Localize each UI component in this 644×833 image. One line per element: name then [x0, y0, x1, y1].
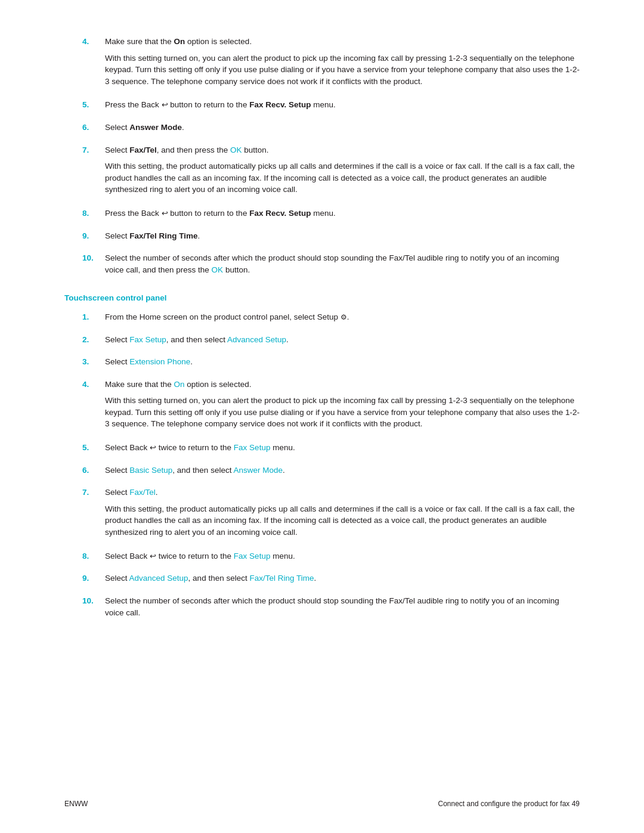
link-answer-mode-6-touch: Answer Mode [233, 466, 283, 475]
link-faxtel-7-touch: Fax/Tel [129, 488, 156, 497]
step-2-touch: 2. Select Fax Setup, and then select Adv… [82, 334, 580, 351]
step-9-top: 9. Select Fax/Tel Ring Time. [82, 230, 580, 247]
bold-fax-recv-8-top: Fax Recv. Setup [249, 209, 311, 218]
step-number-5-top: 5. [82, 99, 105, 116]
footer-right: Connect and configure the product for fa… [438, 799, 580, 809]
bold-faxtel-7-top: Fax/Tel [129, 145, 157, 154]
step-9-top-main: Select Fax/Tel Ring Time. [105, 230, 580, 242]
link-ok-7-top: OK [230, 145, 242, 154]
step-content-3-touch: Select Extension Phone. [105, 356, 580, 373]
bold-fax-recv-5-top: Fax Recv. Setup [249, 100, 311, 109]
step-4-top-body: With this setting turned on, you can ale… [105, 52, 580, 88]
top-steps-section: 4. Make sure that the On option is selec… [82, 36, 580, 280]
step-7-touch-main: Select Fax/Tel. [105, 487, 580, 498]
step-6-top: 6. Select Answer Mode. [82, 122, 580, 138]
step-10-touch: 10. Select the number of seconds after w… [82, 595, 580, 623]
step-number-2-touch: 2. [82, 334, 105, 351]
link-fax-setup-8-touch: Fax Setup [234, 552, 271, 561]
step-content-1-touch: From the Home screen on the product cont… [105, 311, 580, 328]
step-content-6-top: Select Answer Mode. [105, 122, 580, 138]
link-fax-setup-5-touch: Fax Setup [234, 443, 271, 452]
step-8-touch: 8. Select Back ↩ twice to return to the … [82, 550, 580, 567]
step-1-touch-main: From the Home screen on the product cont… [105, 311, 580, 323]
step-number-9-touch: 9. [82, 572, 105, 589]
touchscreen-heading: Touchscreen control panel [64, 292, 580, 304]
footer-left: ENWW [64, 799, 88, 809]
step-number-4-touch: 4. [82, 379, 105, 436]
step-5-top: 5. Press the Back ↩ button to return to … [82, 99, 580, 116]
step-content-4-touch: Make sure that the On option is selected… [105, 379, 580, 436]
link-faxtel-ring-9-touch: Fax/Tel Ring Time [249, 574, 314, 583]
step-content-10-top: Select the number of seconds after which… [105, 252, 580, 280]
step-content-6-touch: Select Basic Setup, and then select Answ… [105, 465, 580, 481]
step-7-touch-body: With this setting, the product automatic… [105, 503, 580, 538]
step-number-5-touch: 5. [82, 442, 105, 459]
step-content-8-touch: Select Back ↩ twice to return to the Fax… [105, 550, 580, 567]
step-number-7-touch: 7. [82, 487, 105, 544]
link-advanced-setup-9-touch: Advanced Setup [129, 574, 188, 583]
back-icon-8-top: ↩ [162, 208, 168, 219]
step-10-top-main: Select the number of seconds after which… [105, 252, 580, 275]
step-6-touch: 6. Select Basic Setup, and then select A… [82, 465, 580, 481]
step-6-touch-main: Select Basic Setup, and then select Answ… [105, 465, 580, 476]
link-ok-10-top: OK [212, 265, 224, 274]
setup-gear-icon: ⚙ [340, 312, 347, 323]
step-number-4-top: 4. [82, 36, 105, 93]
link-fax-setup-2-touch: Fax Setup [129, 335, 166, 344]
step-10-top: 10. Select the number of seconds after w… [82, 252, 580, 280]
step-4-touch-body: With this setting turned on, you can ale… [105, 395, 580, 430]
step-number-3-touch: 3. [82, 356, 105, 373]
step-10-touch-main: Select the number of seconds after which… [105, 595, 580, 618]
link-advanced-setup-2-touch: Advanced Setup [227, 335, 286, 344]
step-4-top: 4. Make sure that the On option is selec… [82, 36, 580, 93]
step-5-top-main: Press the Back ↩ button to return to the… [105, 99, 580, 111]
step-content-5-top: Press the Back ↩ button to return to the… [105, 99, 580, 116]
step-number-10-touch: 10. [82, 595, 105, 623]
step-5-touch-main: Select Back ↩ twice to return to the Fax… [105, 442, 580, 454]
step-9-touch-main: Select Advanced Setup, and then select F… [105, 572, 580, 584]
step-content-7-top: Select Fax/Tel, and then press the OK bu… [105, 144, 580, 202]
step-number-8-top: 8. [82, 208, 105, 224]
step-7-top-body: With this setting, the product automatic… [105, 160, 580, 196]
step-9-touch: 9. Select Advanced Setup, and then selec… [82, 572, 580, 589]
step-content-4-top: Make sure that the On option is selected… [105, 36, 580, 93]
step-4-touch: 4. Make sure that the On option is selec… [82, 379, 580, 436]
step-3-touch: 3. Select Extension Phone. [82, 356, 580, 373]
step-number-1-touch: 1. [82, 311, 105, 328]
bold-faxtel-ring-9-top: Fax/Tel Ring Time [129, 231, 197, 240]
link-extension-phone-3-touch: Extension Phone [129, 357, 190, 366]
step-content-2-touch: Select Fax Setup, and then select Advanc… [105, 334, 580, 351]
step-7-top-main: Select Fax/Tel, and then press the OK bu… [105, 144, 580, 156]
step-7-touch: 7. Select Fax/Tel. With this setting, th… [82, 487, 580, 544]
step-4-touch-main: Make sure that the On option is selected… [105, 379, 580, 391]
step-number-6-touch: 6. [82, 465, 105, 481]
footer: ENWW Connect and configure the product f… [0, 799, 644, 809]
bold-on-4-top: On [174, 37, 185, 46]
back-icon-5-touch: ↩ [150, 442, 156, 454]
step-content-10-touch: Select the number of seconds after which… [105, 595, 580, 623]
step-7-top: 7. Select Fax/Tel, and then press the OK… [82, 144, 580, 202]
page: 4. Make sure that the On option is selec… [0, 0, 644, 833]
link-on-4-touch: On [174, 380, 185, 389]
step-3-touch-main: Select Extension Phone. [105, 356, 580, 368]
step-6-top-main: Select Answer Mode. [105, 122, 580, 134]
touchscreen-steps-section: 1. From the Home screen on the product c… [82, 311, 580, 623]
step-4-top-main: Make sure that the On option is selected… [105, 36, 580, 48]
step-8-top: 8. Press the Back ↩ button to return to … [82, 208, 580, 224]
link-basic-setup-6-touch: Basic Setup [129, 466, 172, 475]
back-icon-8-touch: ↩ [150, 551, 156, 562]
step-number-7-top: 7. [82, 144, 105, 202]
step-number-6-top: 6. [82, 122, 105, 138]
step-number-10-top: 10. [82, 252, 105, 280]
step-8-touch-main: Select Back ↩ twice to return to the Fax… [105, 550, 580, 562]
step-content-9-top: Select Fax/Tel Ring Time. [105, 230, 580, 247]
step-number-8-touch: 8. [82, 550, 105, 567]
step-number-9-top: 9. [82, 230, 105, 247]
back-icon-5-top: ↩ [162, 100, 168, 111]
step-5-touch: 5. Select Back ↩ twice to return to the … [82, 442, 580, 459]
step-content-7-touch: Select Fax/Tel. With this setting, the p… [105, 487, 580, 544]
step-content-9-touch: Select Advanced Setup, and then select F… [105, 572, 580, 589]
step-1-touch: 1. From the Home screen on the product c… [82, 311, 580, 328]
step-8-top-main: Press the Back ↩ button to return to the… [105, 208, 580, 219]
step-content-5-touch: Select Back ↩ twice to return to the Fax… [105, 442, 580, 459]
